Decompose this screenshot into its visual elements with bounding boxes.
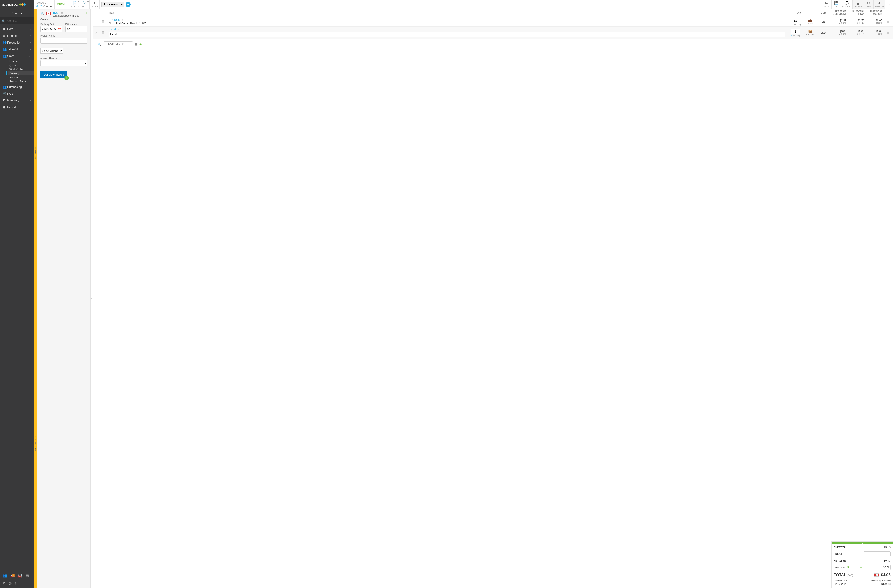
nav-return[interactable]: Product Return [8,80,34,83]
next-doc-icon[interactable]: ⏭ [50,5,52,8]
nav-purchasing[interactable]: 👥Purchasing› [0,83,34,90]
nav-delivery[interactable]: Delivery [8,71,34,75]
download-button[interactable]: ⬇DOWNLOAD [874,0,885,9]
calculator-icon: 🖩 [127,3,129,6]
freight-label: FREIGHT [834,553,864,555]
preview-button[interactable]: 🖨PREVIEW [852,0,864,9]
chevron-down-icon: ⌄ [861,541,863,544]
unit-cost: $0.00 [866,30,882,33]
price-level-select[interactable]: Price levels [101,2,124,7]
chevron-down-icon: ⌄ [29,54,31,57]
discount-input[interactable] [864,565,890,570]
nav-pos[interactable]: 🛒POS [0,90,34,97]
save-icon: 💾 [834,1,839,5]
collapse-panel-handle[interactable]: ‹ [90,9,93,588]
nav-data[interactable]: ▣Data› [0,26,34,32]
drag-handle-icon[interactable]: ☰ [99,30,107,35]
clear-customer-icon[interactable]: ✖ [61,11,63,14]
drag-handle-icon[interactable]: ☰ [99,20,107,24]
tenant-selector[interactable]: Demo ▾ [0,9,34,18]
status-cell[interactable]: 💼Taken [803,19,817,25]
nav-leads[interactable]: Leads [8,59,34,63]
customer-email: sara@sandboxonline.co [53,14,87,17]
payment-terms-select[interactable] [41,60,87,66]
dollar-icon[interactable]: $ [847,566,849,569]
bottom-toolbar-1: 👥 🚚 🏭 ▤ [0,571,34,580]
status-cell[interactable]: 📦Back Order [803,30,817,36]
email-icon: ✉ [867,1,870,5]
archive-icon[interactable]: ▤ [26,573,29,578]
nav-takeoff[interactable]: 👥Take-Off› [0,46,34,53]
edit-icon[interactable]: ✎ [122,19,123,21]
uom-cell: Each [817,31,830,34]
lineage-button[interactable]: ⋔LINEAGE [90,0,99,9]
comment-button[interactable]: 💬COMMENT [842,0,852,9]
customer-name[interactable]: TEST [53,11,60,14]
item-code[interactable]: install [109,28,116,31]
edit-icon[interactable]: ✎ [117,28,120,31]
activity-badge: 0 [78,0,79,3]
menu-icon[interactable]: ☰ [135,42,138,47]
add-customer-button[interactable]: + [85,11,87,15]
chevron-right-icon: › [30,99,31,102]
factory-icon[interactable]: 🏭 [18,573,23,578]
delivery-date-label: Delivery Date [41,23,62,26]
gear-icon[interactable]: ⚙ [3,581,6,585]
more-button[interactable]: ⌄ [885,0,893,9]
line-item-row: 2☰install ✎1 pending📦Back OrderEach$0.00… [93,27,893,39]
email-button[interactable]: ✉EMAIL [864,0,874,9]
nav-sales[interactable]: 👥Sales⌄ [0,53,34,59]
search-icon: 🔍 [2,19,5,23]
customer-search-icon[interactable]: 🔍 [41,12,44,15]
status-dropdown[interactable]: OPEN⌄ [55,0,70,9]
po-input[interactable] [66,26,87,32]
vtab-warehouse[interactable]: WAREHOUSE [34,298,37,588]
new-button[interactable]: 🗎NEW [822,0,831,9]
discount-pct: - 0.0 % [830,33,846,35]
header-item: ITEM [107,12,788,14]
truck-icon[interactable]: 🚚 [10,573,15,578]
calendar-icon[interactable]: 📅 [58,28,61,31]
logout-icon[interactable]: ⎋ [15,581,17,585]
chevron-down-icon: ⌄ [66,3,68,6]
save-button[interactable]: 💾SAVE [831,0,842,9]
status-icon: 📦 [803,30,817,33]
prev-doc-icon[interactable]: ⏮ [47,5,49,8]
trash-icon[interactable]: 🗑 [887,31,890,35]
freight-input[interactable] [864,552,890,556]
chevron-right-icon: › [30,48,31,50]
calculator-button[interactable]: 🖩 [126,2,131,7]
clock-icon[interactable]: ◷ [9,581,12,585]
new-file-icon: 🗎 [825,2,828,5]
activity-button[interactable]: 0📄ACTIVITY [70,0,80,9]
sidebar-search[interactable]: 🔍 [0,18,34,24]
files-button[interactable]: 0📎FILES [80,0,90,9]
project-input[interactable] [41,38,87,44]
nav-quote[interactable]: Quote [8,63,34,67]
pending-qty[interactable]: 1.5 [790,23,793,26]
nav-workorder[interactable]: Work Order [8,67,34,71]
add-discount-icon[interactable]: ⊕ [860,566,862,569]
line-item-row: 1☰1.75RCS ✎Nails Red Cedar Shingle 1 3/4… [93,17,893,27]
trash-icon[interactable]: 🗑 [887,20,890,24]
search-icon[interactable]: 🔍 [97,42,102,47]
subtotal-value: $3.58 [884,546,890,549]
totals-collapse-handle[interactable]: ⌄ [831,541,893,544]
qty-input[interactable] [791,18,800,23]
nav-invoice[interactable]: Invoice [8,75,34,80]
nav-reports[interactable]: ◕Reports [0,104,34,110]
nav-production[interactable]: 👥Production› [0,39,34,46]
qty-input[interactable] [791,29,800,34]
item-desc-input[interactable] [109,32,785,37]
vtab-customer[interactable]: CUSTOMER [34,9,37,298]
generate-invoice-button[interactable]: Generate Invoice + [41,71,67,78]
paperclip-icon: 📎 [83,1,87,5]
upc-input[interactable] [104,42,133,47]
warehouse-select[interactable]: Select warehouse [41,48,63,54]
item-code[interactable]: 1.75RCS [109,18,120,21]
team-icon[interactable]: 👥 [3,573,7,578]
add-line-button[interactable]: + [140,42,141,47]
nav-finance[interactable]: ▭Finance› [0,32,34,39]
cube-icon: ▣ [3,27,7,31]
nav-inventory[interactable]: ◩Inventory› [0,97,34,104]
